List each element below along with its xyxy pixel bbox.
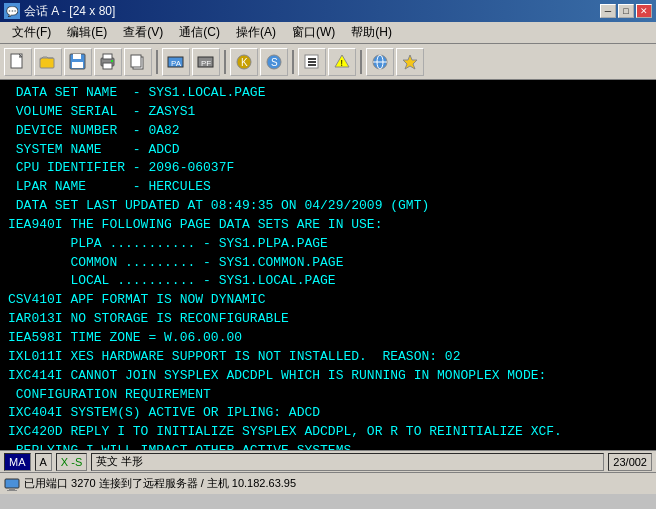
svg-text:PF: PF (201, 59, 211, 68)
toolbar-btn-copy[interactable] (124, 48, 152, 76)
toolbar-btn-10[interactable]: ! (328, 48, 356, 76)
minimize-button[interactable]: ─ (600, 4, 616, 18)
svg-text:PA: PA (171, 59, 182, 68)
info-bar: 已用端口 3270 连接到了远程服务器 / 主机 10.182.63.95 (0, 472, 656, 494)
terminal-line-3: SYSTEM NAME - ADCD (8, 141, 648, 160)
terminal-line-0: DATA SET NAME - SYS1.LOCAL.PAGE (8, 84, 648, 103)
menu-actions[interactable]: 操作(A) (228, 22, 284, 43)
status-bar: MA A X -S 英文 半形 23/002 (0, 450, 656, 472)
terminal-output: DATA SET NAME - SYS1.LOCAL.PAGE VOLUME S… (0, 80, 656, 450)
terminal-line-13: IEA598I TIME ZONE = W.06.00.00 (8, 329, 648, 348)
terminal-line-4: CPU IDENTIFIER - 2096-06037F (8, 159, 648, 178)
menu-view[interactable]: 查看(V) (115, 22, 171, 43)
toolbar-btn-8[interactable]: S (260, 48, 288, 76)
svg-rect-29 (5, 479, 19, 488)
svg-rect-30 (9, 488, 15, 490)
language-text: 英文 半形 (96, 454, 143, 469)
toolbar-separator-2 (224, 50, 226, 74)
menu-file[interactable]: 文件(F) (4, 22, 59, 43)
terminal-line-17: IXC404I SYSTEM(S) ACTIVE OR IPLING: ADCD (8, 404, 648, 423)
menu-comms[interactable]: 通信(C) (171, 22, 228, 43)
terminal-line-12: IAR013I NO STORAGE IS RECONFIGURABLE (8, 310, 648, 329)
svg-rect-7 (103, 63, 112, 69)
toolbar-btn-9[interactable] (298, 48, 326, 76)
toolbar: PA PF K S ! (0, 44, 656, 80)
toolbar-btn-new[interactable] (4, 48, 32, 76)
toolbar-separator-3 (292, 50, 294, 74)
toolbar-separator-1 (156, 50, 158, 74)
macro-text: X -S (61, 456, 82, 468)
svg-marker-28 (403, 55, 417, 69)
close-button[interactable]: ✕ (636, 4, 652, 18)
window-title: 会话 A - [24 x 80] (24, 3, 115, 20)
terminal-line-9: COMMON ......... - SYS1.COMMON.PAGE (8, 254, 648, 273)
svg-rect-4 (72, 62, 83, 68)
status-language: 英文 半形 (91, 453, 604, 471)
terminal-line-5: LPAR NAME - HERCULES (8, 178, 648, 197)
terminal-line-14: IXL011I XES HARDWARE SUPPORT IS NOT INST… (8, 348, 648, 367)
status-cursor-mode: A (35, 453, 52, 471)
position-text: 23/002 (613, 456, 647, 468)
app-icon: 💬 (4, 3, 20, 19)
terminal-line-11: CSV410I APF FORMAT IS NOW DYNAMIC (8, 291, 648, 310)
maximize-button[interactable]: □ (618, 4, 634, 18)
toolbar-btn-5[interactable]: PA (162, 48, 190, 76)
svg-text:S: S (271, 57, 278, 68)
title-bar: 💬 会话 A - [24 x 80] ─ □ ✕ (0, 0, 656, 22)
toolbar-btn-save[interactable] (64, 48, 92, 76)
toolbar-separator-4 (360, 50, 362, 74)
title-bar-left: 💬 会话 A - [24 x 80] (4, 3, 115, 20)
cursor-mode-text: A (40, 456, 47, 468)
connection-icon (4, 476, 20, 492)
status-macro: X -S (56, 453, 87, 471)
mode-text: MA (9, 456, 26, 468)
window-controls: ─ □ ✕ (600, 4, 652, 18)
terminal-line-6: DATA SET LAST UPDATED AT 08:49:35 ON 04/… (8, 197, 648, 216)
status-mode: MA (4, 453, 31, 471)
terminal-line-1: VOLUME SERIAL - ZASYS1 (8, 103, 648, 122)
menu-window[interactable]: 窗口(W) (284, 22, 343, 43)
terminal-line-15: IXC414I CANNOT JOIN SYSPLEX ADCDPL WHICH… (8, 367, 648, 386)
status-position: 23/002 (608, 453, 652, 471)
terminal-line-16: CONFIGURATION REQUIREMENT (8, 386, 648, 405)
svg-rect-3 (73, 54, 81, 59)
terminal-line-10: LOCAL .......... - SYS1.LOCAL.PAGE (8, 272, 648, 291)
terminal-line-19: REPLYING I WILL IMPACT OTHER ACTIVE SYST… (8, 442, 648, 450)
menu-bar: 文件(F) 编辑(E) 查看(V) 通信(C) 操作(A) 窗口(W) 帮助(H… (0, 22, 656, 44)
connection-info: 已用端口 3270 连接到了远程服务器 / 主机 10.182.63.95 (24, 476, 296, 491)
toolbar-btn-open[interactable] (34, 48, 62, 76)
svg-rect-1 (40, 58, 54, 68)
svg-text:K: K (241, 57, 248, 68)
terminal-line-2: DEVICE NUMBER - 0A82 (8, 122, 648, 141)
toolbar-btn-7[interactable]: K (230, 48, 258, 76)
toolbar-btn-globe[interactable] (366, 48, 394, 76)
toolbar-btn-print[interactable] (94, 48, 122, 76)
svg-rect-6 (103, 54, 112, 59)
terminal-line-18: IXC420D REPLY I TO INITIALIZE SYSPLEX AD… (8, 423, 648, 442)
svg-text:!: ! (341, 58, 344, 68)
svg-rect-31 (7, 490, 17, 491)
svg-rect-10 (131, 55, 141, 67)
toolbar-btn-star[interactable] (396, 48, 424, 76)
terminal-line-7: IEA940I THE FOLLOWING PAGE DATA SETS ARE… (8, 216, 648, 235)
menu-edit[interactable]: 编辑(E) (59, 22, 115, 43)
svg-point-8 (111, 60, 113, 62)
terminal-line-8: PLPA ........... - SYS1.PLPA.PAGE (8, 235, 648, 254)
toolbar-btn-6[interactable]: PF (192, 48, 220, 76)
menu-help[interactable]: 帮助(H) (343, 22, 400, 43)
